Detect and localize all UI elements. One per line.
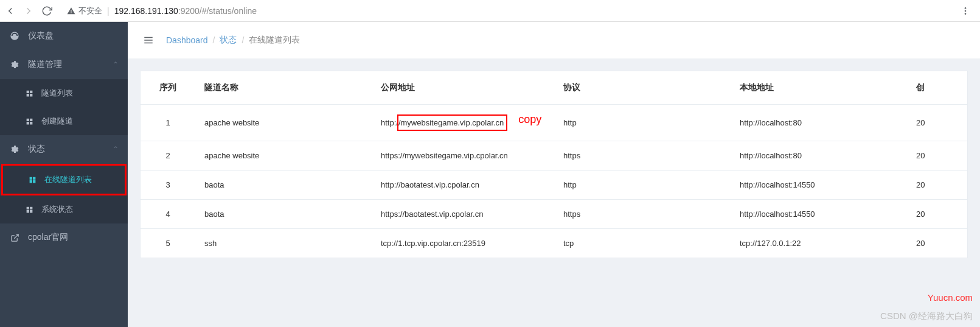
cell-created: 20 [907, 105, 967, 141]
table-row: 3baotahttp://baotatest.vip.cpolar.cnhttp… [141, 171, 967, 200]
breadcrumb: Dashboard / 状态 / 在线隧道列表 [166, 35, 300, 46]
cell-created: 20 [907, 200, 967, 229]
cell-created: 20 [907, 141, 967, 171]
browser-toolbar: 不安全 | 192.168.191.130:9200/#/status/onli… [0, 0, 980, 22]
cell-public-addr: https://baotatest.vip.cpolar.cn [372, 200, 554, 229]
sidebar-label: cpolar官网 [28, 232, 68, 243]
insecure-label: 不安全 [78, 5, 102, 16]
col-name: 隧道名称 [195, 71, 372, 105]
col-local: 本地地址 [731, 71, 907, 105]
back-button[interactable] [5, 5, 16, 16]
grid-icon [26, 206, 33, 214]
sidebar-label: 系统状态 [41, 204, 73, 215]
sidebar-item-online-list[interactable]: 在线隧道列表 [1, 164, 127, 195]
col-seq: 序列 [141, 71, 195, 105]
breadcrumb-current: 在线隧道列表 [249, 35, 300, 46]
cell-public-addr: tcp://1.tcp.vip.cpolar.cn:23519 [372, 229, 554, 258]
cell-public-addr: http://baotatest.vip.cpolar.cn [372, 171, 554, 200]
copy-annotation: copy [518, 113, 541, 126]
cell-seq: 2 [141, 141, 195, 171]
cell-name: baota [195, 200, 372, 229]
breadcrumb-sep: / [213, 35, 215, 45]
address-bar[interactable]: 不安全 | 192.168.191.130:9200/#/status/onli… [60, 5, 953, 16]
cell-seq: 1 [141, 105, 195, 141]
cell-seq: 5 [141, 229, 195, 258]
url-separator: | [107, 6, 109, 16]
tunnel-table: 序列 隧道名称 公网地址 协议 本地地址 创 1apache websiteht… [140, 71, 968, 258]
sidebar-item-status[interactable]: 状态 ⌃ [0, 135, 128, 164]
sidebar-item-dashboard[interactable]: 仪表盘 [0, 22, 128, 51]
topbar: Dashboard / 状态 / 在线隧道列表 [128, 22, 980, 58]
cell-local-addr: http://localhost:14550 [731, 171, 907, 200]
table-row: 5sshtcp://1.tcp.vip.cpolar.cn:23519tcptc… [141, 229, 967, 258]
sidebar-label: 隧道列表 [41, 88, 73, 99]
cell-seq: 3 [141, 171, 195, 200]
svg-point-2 [965, 13, 967, 15]
chevron-up-icon: ⌃ [113, 145, 119, 153]
watermark-csdn: CSDN @经海路大白狗 [880, 311, 973, 322]
cell-name: apache website [195, 141, 372, 171]
breadcrumb-dashboard[interactable]: Dashboard [166, 35, 208, 45]
cell-name: ssh [195, 229, 372, 258]
cell-protocol: https [554, 200, 731, 229]
breadcrumb-sep: / [242, 35, 244, 45]
grid-icon [26, 118, 33, 125]
sidebar-label: 隧道管理 [28, 59, 62, 70]
sidebar: 仪表盘 隧道管理 ⌃ 隧道列表 创建隧道 状态 ⌃ [0, 22, 128, 327]
col-created: 创 [907, 71, 967, 105]
col-public: 公网地址 [372, 71, 554, 105]
cell-created: 20 [907, 229, 967, 258]
table-header-row: 序列 隧道名称 公网地址 协议 本地地址 创 [141, 71, 967, 105]
insecure-badge: 不安全 [67, 5, 102, 16]
sidebar-item-system-status[interactable]: 系统状态 [0, 195, 128, 223]
col-protocol: 协议 [554, 71, 731, 105]
cell-name: baota [195, 171, 372, 200]
menu-toggle-icon[interactable] [143, 35, 154, 46]
svg-point-1 [965, 10, 967, 12]
sidebar-item-tunnel-mgmt[interactable]: 隧道管理 ⌃ [0, 51, 128, 79]
table-row: 1apache websitehttp://mywebsitegame.vip.… [141, 105, 967, 141]
cell-created: 20 [907, 171, 967, 200]
highlight-box: mywebsitegame.vip.cpolar.cn [397, 114, 508, 131]
cell-protocol: http [554, 105, 731, 141]
reload-button[interactable] [41, 5, 52, 16]
sidebar-item-official[interactable]: cpolar官网 [0, 223, 128, 252]
forward-button[interactable] [23, 5, 34, 16]
grid-icon [29, 176, 36, 184]
table-row: 2apache websitehttps://mywebsitegame.vip… [141, 141, 967, 171]
svg-line-3 [14, 234, 18, 238]
svg-point-0 [965, 7, 967, 9]
sidebar-label: 在线隧道列表 [44, 174, 92, 185]
cell-seq: 4 [141, 200, 195, 229]
cell-protocol: https [554, 141, 731, 171]
cell-public-addr: http://mywebsitegame.vip.cpolar.cncopy [372, 105, 554, 141]
browser-menu-icon[interactable] [961, 6, 975, 16]
cell-local-addr: http://localhost:14550 [731, 200, 907, 229]
cell-name: apache website [195, 105, 372, 141]
main-content: Dashboard / 状态 / 在线隧道列表 序列 隧道名称 公网地址 协议 [128, 22, 980, 327]
cell-local-addr: http://localhost:80 [731, 105, 907, 141]
dashboard-icon [9, 31, 20, 41]
breadcrumb-status[interactable]: 状态 [220, 35, 237, 46]
external-link-icon [9, 233, 20, 242]
sidebar-label: 状态 [28, 144, 45, 155]
sidebar-label: 仪表盘 [28, 30, 54, 41]
sidebar-item-create-tunnel[interactable]: 创建隧道 [0, 107, 128, 135]
cell-protocol: http [554, 171, 731, 200]
cell-protocol: tcp [554, 229, 731, 258]
cell-local-addr: http://localhost:80 [731, 141, 907, 171]
grid-icon [26, 90, 33, 97]
sidebar-item-tunnel-list[interactable]: 隧道列表 [0, 79, 128, 107]
cell-public-addr: https://mywebsitegame.vip.cpolar.cn [372, 141, 554, 171]
gear-icon [9, 145, 20, 154]
chevron-up-icon: ⌃ [113, 60, 119, 69]
sidebar-label: 创建隧道 [41, 116, 73, 127]
url-text: 192.168.191.130:9200/#/status/online [114, 6, 257, 16]
table-row: 4baotahttps://baotatest.vip.cpolar.cnhtt… [141, 200, 967, 229]
cell-local-addr: tcp://127.0.0.1:22 [731, 229, 907, 258]
gear-icon [9, 60, 20, 69]
watermark-yuucn: Yuucn.com [928, 292, 973, 303]
